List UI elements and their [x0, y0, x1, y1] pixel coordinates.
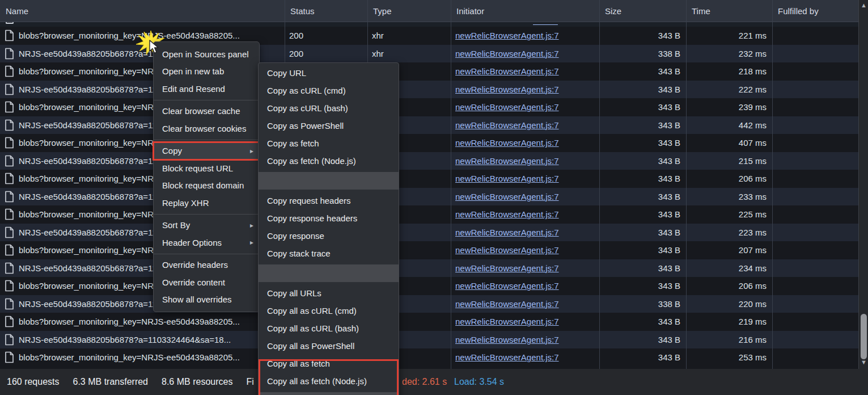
- copy-submenu-item[interactable]: Copy all as fetch (Node.js): [259, 372, 399, 390]
- initiator-link[interactable]: newRelicBrowserAgent.js:7: [455, 102, 559, 112]
- copy-submenu-item[interactable]: Copy as fetch: [259, 135, 399, 152]
- time-cell: 220 ms: [686, 295, 772, 313]
- initiator-link[interactable]: newRelicBrowserAgent.js:7: [455, 281, 559, 291]
- network-request-row[interactable]: NRJS-ee50d439a88205b6878?a=1103324464&sa…: [0, 259, 858, 278]
- initiator-link[interactable]: newRelicBrowserAgent.js:7: [455, 85, 559, 94]
- initiator-link[interactable]: newRelicBrowserAgent.js:7: [455, 335, 559, 344]
- copy-submenu-item[interactable]: Copy all as cURL (bash): [259, 320, 399, 337]
- column-header[interactable]: Size: [599, 6, 686, 16]
- context-menu-item[interactable]: ▸: [154, 140, 259, 140]
- initiator-link[interactable]: newRelicBrowserAgent.js:7: [455, 299, 559, 309]
- context-menu-item[interactable]: Header Options ▸: [154, 234, 259, 251]
- initiator-link[interactable]: newRelicBrowserAgent.js:7: [455, 245, 559, 255]
- column-header[interactable]: Name: [0, 6, 285, 16]
- initiator-cell: newRelicBrowserAgent.js:7: [451, 27, 599, 45]
- initiator-link[interactable]: newRelicBrowserAgent.js:7: [455, 263, 559, 273]
- vertical-scrollbar[interactable]: ▲ ▼: [858, 0, 868, 369]
- time-value: 206 ms: [739, 174, 767, 183]
- context-menu-item[interactable]: Replay XHR ▸: [154, 194, 259, 212]
- copy-submenu-item[interactable]: Copy all as PowerShell: [259, 337, 399, 355]
- network-request-row[interactable]: blobs?browser_monitoring_key=NRJS-ee50d4…: [0, 98, 858, 116]
- context-menu-item[interactable]: Edit and Resend ▸: [154, 80, 259, 98]
- copy-submenu-item[interactable]: Copy as cURL (cmd): [259, 82, 399, 99]
- initiator-link[interactable]: newRelicBrowserAgent.js:7: [455, 49, 559, 58]
- context-menu-item[interactable]: Open in Sources panel ▸: [154, 45, 259, 63]
- initiator-link[interactable]: newRelicBrowserAgent.js:7: [455, 228, 559, 237]
- network-request-row[interactable]: NRJS-ee50d439a88205b6878?a=1103324464&sa…: [0, 295, 858, 313]
- copy-submenu-item[interactable]: Copy all URLs: [259, 284, 399, 302]
- time-cell: 215 ms: [686, 152, 772, 170]
- context-menu-item[interactable]: ▸: [154, 214, 259, 215]
- context-menu-item[interactable]: ▸: [154, 100, 259, 100]
- partially-scrolled-row[interactable]: [0, 22, 858, 27]
- initiator-link[interactable]: newRelicBrowserAgent.js:7: [455, 156, 559, 166]
- copy-submenu-item[interactable]: Copy stack trace: [259, 245, 399, 262]
- context-menu-item[interactable]: Override content ▸: [154, 274, 259, 291]
- copy-submenu-item[interactable]: [259, 392, 399, 395]
- column-header[interactable]: Fulfilled by: [772, 6, 858, 16]
- initiator-link[interactable]: newRelicBrowserAgent.js:7: [455, 317, 559, 326]
- network-request-row[interactable]: blobs?browser_monitoring_key=NRJS-ee50d4…: [0, 205, 858, 224]
- initiator-link[interactable]: newRelicBrowserAgent.js:7: [455, 66, 559, 76]
- time-cell: 232 ms: [686, 45, 772, 63]
- network-request-row[interactable]: NRJS-ee50d439a88205b6878?a=1103324464&sa…: [0, 188, 858, 206]
- context-menu-item[interactable]: Clear browser cookies ▸: [154, 120, 259, 137]
- context-menu-item[interactable]: ▸: [154, 254, 259, 254]
- context-menu-item[interactable]: Override headers ▸: [154, 257, 259, 274]
- context-menu-item[interactable]: Sort By ▸: [154, 217, 259, 234]
- context-menu-item[interactable]: Open in new tab ▸: [154, 63, 259, 81]
- initiator-link[interactable]: newRelicBrowserAgent.js:7: [455, 138, 559, 148]
- copy-submenu-item[interactable]: Copy request headers: [259, 192, 399, 209]
- context-menu-item[interactable]: Block request URL ▸: [154, 159, 259, 177]
- column-header[interactable]: Status: [285, 6, 367, 16]
- time-value: 442 ms: [739, 120, 767, 130]
- context-menu-item[interactable]: Clear browser cache ▸: [154, 103, 259, 120]
- context-menu-item[interactable]: Show all overrides ▸: [154, 291, 259, 309]
- copy-submenu-item[interactable]: Copy as fetch (Node.js): [259, 152, 399, 170]
- copy-submenu-item[interactable]: [259, 172, 399, 190]
- network-request-row[interactable]: blobs?browser_monitoring_key=NRJS-ee50d4…: [0, 277, 858, 295]
- initiator-link[interactable]: newRelicBrowserAgent.js:7: [455, 192, 559, 201]
- copy-submenu-item[interactable]: Copy all as cURL (cmd): [259, 302, 399, 320]
- network-request-row[interactable]: blobs?browser_monitoring_key=NRJS-ee50d4…: [0, 348, 858, 367]
- size-cell: 343 B: [599, 259, 686, 278]
- column-header[interactable]: Time: [686, 6, 772, 16]
- copy-submenu-item[interactable]: Copy all as fetch: [259, 355, 399, 372]
- network-request-row[interactable]: blobs?browser_monitoring_key=NRJS-ee50d4…: [0, 313, 858, 331]
- initiator-link[interactable]: newRelicBrowserAgent.js:7: [455, 352, 559, 362]
- network-request-row[interactable]: blobs?browser_monitoring_key=NRJS-ee50d4…: [0, 27, 858, 45]
- copy-submenu-item[interactable]: Copy as cURL (bash): [259, 99, 399, 117]
- context-menu-item[interactable]: Copy ▸: [154, 142, 259, 160]
- network-request-row[interactable]: blobs?browser_monitoring_key=NRJS-ee50d4…: [0, 170, 858, 188]
- network-request-row[interactable]: NRJS-ee50d439a88205b6878?a=1103324464&sa…: [0, 152, 858, 170]
- scroll-down-arrow-icon[interactable]: ▼: [861, 360, 867, 365]
- copy-submenu-item[interactable]: Copy as PowerShell: [259, 117, 399, 135]
- scrollbar-thumb[interactable]: [861, 314, 867, 359]
- time-cell: 222 ms: [686, 81, 772, 99]
- network-request-row[interactable]: NRJS-ee50d439a88205b6878?a=1103324464&sa…: [0, 81, 858, 99]
- column-header-label: Time: [692, 6, 710, 16]
- size-value: 343 B: [658, 263, 680, 273]
- context-menu-item[interactable]: Block request domain ▸: [154, 177, 259, 195]
- scroll-up-arrow-icon[interactable]: ▲: [861, 3, 867, 8]
- initiator-cell: newRelicBrowserAgent.js:7: [451, 152, 599, 170]
- network-request-row[interactable]: blobs?browser_monitoring_key=NRJS-ee50d4…: [0, 241, 858, 259]
- network-request-row[interactable]: NRJS-ee50d439a88205b6878?a=1103324464&sa…: [0, 331, 858, 349]
- network-request-row[interactable]: NRJS-ee50d439a88205b6878?a=1103324464&sa…: [0, 45, 858, 63]
- size-value: 343 B: [658, 317, 680, 326]
- initiator-link[interactable]: newRelicBrowserAgent.js:7: [455, 120, 559, 130]
- copy-submenu-item[interactable]: Copy response: [259, 227, 399, 245]
- network-request-row[interactable]: blobs?browser_monitoring_key=NRJS-ee50d4…: [0, 62, 858, 81]
- network-request-row[interactable]: NRJS-ee50d439a88205b6878?a=1103324464&sa…: [0, 224, 858, 242]
- copy-submenu-item[interactable]: [259, 264, 399, 282]
- copy-submenu-item[interactable]: Copy response headers: [259, 209, 399, 227]
- column-header[interactable]: Type: [367, 6, 451, 16]
- network-request-row[interactable]: blobs?browser_monitoring_key=NRJS-ee50d4…: [0, 134, 858, 152]
- network-request-row[interactable]: NRJS-ee50d439a88205b6878?a=1103324464&sa…: [0, 116, 858, 135]
- initiator-link[interactable]: newRelicBrowserAgent.js:7: [455, 174, 559, 183]
- column-header[interactable]: Initiator: [451, 6, 599, 16]
- initiator-link[interactable]: newRelicBrowserAgent.js:7: [455, 31, 559, 40]
- menu-item-label: Block request URL: [162, 163, 233, 173]
- copy-submenu-item[interactable]: Copy URL: [259, 64, 399, 82]
- initiator-link[interactable]: newRelicBrowserAgent.js:7: [455, 209, 559, 219]
